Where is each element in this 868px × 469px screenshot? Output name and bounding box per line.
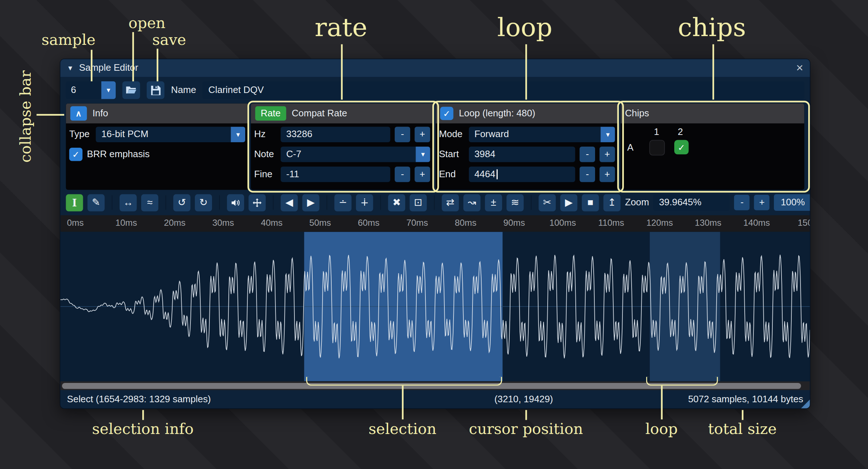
normalize-arrows-button[interactable] (248, 194, 266, 211)
wave-resample-button[interactable]: ≈ (141, 194, 158, 211)
preview-play-button[interactable]: ▶ (560, 194, 577, 211)
annotation-selection-info: selection info (92, 420, 194, 437)
silence-apply-button[interactable]: ∔ (356, 194, 373, 211)
amplify-volume-icon (230, 197, 241, 208)
annotation-loop-marker: loop (645, 420, 678, 437)
trim-button[interactable]: ⊡ (410, 194, 427, 211)
annotation-rate: rate (315, 12, 367, 42)
timeline-ruler: 0ms10ms20ms30ms40ms50ms60ms70ms80ms90ms1… (60, 215, 810, 232)
close-icon[interactable]: × (796, 62, 803, 74)
select-tool-button[interactable]: I (66, 194, 83, 211)
annotation-selection: selection (369, 420, 436, 437)
preview-stop-button[interactable]: ■ (582, 194, 599, 211)
folder-open-icon (126, 85, 136, 95)
timeline-label: 70ms (406, 218, 428, 228)
timeline-label: 40ms (261, 218, 282, 228)
brr-emphasis-label: BRR emphasis (87, 149, 150, 160)
zoom-out-button[interactable]: - (734, 195, 750, 210)
toolbar-separator (531, 195, 532, 210)
toolbar-separator (219, 195, 220, 210)
chevron-up-icon: ∧ (76, 108, 82, 118)
annotation-save: save (152, 31, 186, 48)
toolbar-separator (380, 195, 381, 210)
name-label: Name (171, 85, 196, 96)
chips-highlight-outline (617, 101, 810, 193)
annotation-loop: loop (497, 12, 552, 42)
toolbar: I✎↔≈↺↻◀▶∸∔✖⊡⇄↝±≋✂▶■↥ Zoom 39.9645% - + 1… (60, 190, 810, 215)
toolbar-separator (434, 195, 435, 210)
sign-toggle-button[interactable]: ± (485, 194, 502, 211)
timeline-label: 100ms (549, 218, 576, 228)
type-value: 16-bit PCM (101, 129, 148, 140)
brr-emphasis-checkbox[interactable]: ✓ (69, 148, 82, 161)
filter-button[interactable]: ≋ (506, 194, 524, 211)
timeline-label: 0ms (67, 218, 84, 228)
create-instrument-button[interactable]: ↥ (603, 194, 621, 211)
annotation-line-selection-info (142, 410, 144, 420)
timeline-label: 140ms (743, 218, 770, 228)
annotation-line-loop-marker (661, 386, 663, 420)
crossfade-button[interactable]: ✂ (539, 194, 556, 211)
sample-selector[interactable]: 6 ▼ (66, 81, 116, 99)
wave-resize-button[interactable]: ↔ (120, 194, 137, 211)
annotation-sample: sample (42, 31, 96, 48)
annotation-line-open (132, 32, 134, 81)
rate-highlight-outline (247, 101, 439, 193)
timeline-label: 30ms (212, 218, 234, 228)
annotation-line-loop (525, 44, 527, 100)
invert-button[interactable]: ↝ (463, 194, 481, 211)
cursor-position-text: (3210, 19429) (494, 394, 553, 405)
type-dropdown[interactable]: 16-bit PCM ▼ (96, 127, 245, 142)
amplify-volume-button[interactable] (227, 194, 244, 211)
timeline-label: 130ms (695, 218, 721, 228)
annotation-line-collapse-bar (36, 114, 64, 116)
info-panel: ∧ Info Type 16-bit PCM ▼ ✓ (66, 104, 249, 190)
chevron-down-icon[interactable]: ▼ (231, 127, 245, 142)
waveform-display[interactable] (60, 232, 810, 381)
info-panel-header: ∧ Info (66, 104, 249, 124)
zoom-cluster: Zoom 39.9645% - + 100% (625, 194, 810, 211)
timeline-label: 80ms (455, 218, 477, 228)
loop-bracket (646, 377, 718, 385)
timeline-label: 60ms (358, 218, 379, 228)
open-button[interactable] (122, 81, 140, 99)
top-row: 6 ▼ Name Clarinet DQV (60, 77, 810, 104)
check-icon: ✓ (72, 149, 80, 160)
annotation-line-chips (713, 44, 714, 100)
undo-button[interactable]: ↺ (173, 194, 190, 211)
resize-grip[interactable] (801, 399, 810, 408)
name-input[interactable]: Clarinet DQV (203, 81, 805, 99)
sample-number-value[interactable]: 6 (66, 81, 101, 99)
annotation-line-sample (91, 50, 92, 81)
redo-button[interactable]: ↻ (195, 194, 212, 211)
desktop: ▼ Sample Editor × 6 ▼ (0, 0, 868, 469)
timeline-label: 150 (798, 218, 810, 228)
collapse-bar-button[interactable]: ∧ (70, 106, 87, 120)
reverse-button[interactable]: ⇄ (442, 194, 459, 211)
forward-button[interactable]: ▶ (302, 194, 319, 211)
timeline-label: 90ms (504, 218, 525, 228)
type-label: Type (69, 129, 92, 140)
collapse-triangle-icon[interactable]: ▼ (67, 64, 74, 72)
total-size-text: 5072 samples, 10144 bytes (688, 394, 803, 405)
titlebar[interactable]: ▼ Sample Editor × (60, 59, 810, 77)
zoom-input[interactable]: 39.9645% (653, 194, 730, 211)
selection-bracket (306, 377, 502, 385)
delete-button[interactable]: ✖ (388, 194, 405, 211)
annotation-cursor-position: cursor position (469, 420, 583, 437)
annotation-open: open (128, 14, 166, 31)
silence-insert-button[interactable]: ∸ (334, 194, 351, 211)
toolbar-separator (112, 195, 112, 210)
chevron-down-icon[interactable]: ▼ (101, 81, 116, 99)
timeline-label: 110ms (598, 218, 624, 228)
annotation-line-rate (341, 44, 343, 100)
save-button[interactable] (147, 81, 165, 99)
zoom-in-button[interactable]: + (754, 195, 769, 210)
toolbar-separator (273, 195, 274, 210)
save-icon (150, 85, 161, 96)
zoom-reset-button[interactable]: 100% (774, 194, 810, 211)
backward-button[interactable]: ◀ (281, 194, 298, 211)
annotation-line-cursor (525, 410, 527, 420)
timeline-label: 120ms (646, 218, 673, 228)
pencil-tool-button[interactable]: ✎ (88, 194, 105, 211)
